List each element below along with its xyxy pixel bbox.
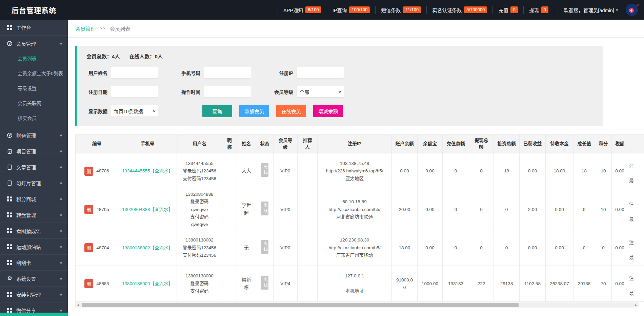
online-members-button[interactable]: 在线会员 xyxy=(276,105,306,117)
adjust-balance-button[interactable]: 增减余额 xyxy=(313,105,343,117)
referrer-cell xyxy=(298,230,318,266)
value-cell: 1102.58 xyxy=(520,266,546,302)
header-stat-badge: 5/100000 xyxy=(464,6,487,13)
search-button[interactable]: 查询 xyxy=(202,105,232,117)
clipped-line: 注 xyxy=(629,202,644,207)
header-stat-item[interactable]: 充值0 xyxy=(494,6,522,14)
clipped-line: 最 xyxy=(629,291,644,296)
filter-rows: 用户姓名手机号码注册IP注册日期操作时间会员等级全部∨显示数据每页10条数据∨查… xyxy=(86,67,603,117)
sidebar-subitem-active[interactable]: 会员列表 xyxy=(0,51,68,66)
sidebar-item-1[interactable]: 会员管理∧ xyxy=(0,36,68,51)
page-size-select[interactable]: 每页10条数据∨ xyxy=(111,105,158,117)
value-cell: 18 xyxy=(573,153,595,189)
breadcrumb-current: 会员列表 xyxy=(110,25,130,32)
delete-button[interactable]: 删 xyxy=(84,167,93,176)
sidebar-item-9[interactable]: 运动加油站∨ xyxy=(0,239,68,254)
header-separator xyxy=(426,6,427,14)
sidebar-item-8[interactable]: 看图猜成语∨ xyxy=(0,223,68,238)
sidebar-item-label: 财务管理 xyxy=(16,132,36,139)
filter-group: 手机号码 xyxy=(179,67,251,79)
value-cell: 0.00 xyxy=(612,266,628,302)
horizontal-scrollbar[interactable]: ◀ ▶ xyxy=(75,302,639,308)
operate-time-input[interactable] xyxy=(204,86,251,98)
scroll-right-arrow-icon[interactable]: ▶ xyxy=(633,302,639,308)
sidebar-item-10[interactable]: 刮刮卡∨ xyxy=(0,255,68,270)
top-header: 后台管理系统 APP通知6/100IP查询100/100短信条数11/100实名… xyxy=(0,0,644,20)
delete-button[interactable]: 删 xyxy=(84,279,93,288)
sidebar-item-11[interactable]: ⚙系统设置∨ xyxy=(0,271,68,286)
sidebar-item-5[interactable]: 幻灯片管理∨ xyxy=(0,175,68,191)
phone-flow-link[interactable]: 13344445555【查流水】 xyxy=(122,168,173,173)
column-header: 提现总额 xyxy=(469,134,494,153)
clipped-line: 最 xyxy=(629,217,644,222)
sidebar-item-7[interactable]: 转盘管理∨ xyxy=(0,207,68,223)
sidebar-subitem[interactable]: 等级设置 xyxy=(0,81,68,96)
header-stat-item[interactable]: 提现0 xyxy=(524,6,553,14)
header-stat-item[interactable]: 短信条数11/100 xyxy=(376,6,426,14)
name-cell: 大大 xyxy=(237,153,256,189)
sidebar-item-0[interactable]: 工作台 xyxy=(0,20,68,35)
register-ip-cell: 127.0.0.1 本机地址 xyxy=(318,266,392,302)
header-stat-label: IP查询 xyxy=(333,6,347,14)
value-cell: 18.00 xyxy=(546,153,573,189)
delete-button[interactable]: 删 xyxy=(84,243,93,252)
username-line: 13344445555 xyxy=(180,160,219,167)
username-line: 13800138002 xyxy=(180,236,219,244)
delete-button[interactable]: 删 xyxy=(84,205,93,214)
sidebar-item-3[interactable]: 项目管理∨ xyxy=(0,143,68,159)
grid-icon xyxy=(7,228,13,234)
sidebar-item-12[interactable]: 安装包管理∨ xyxy=(0,287,68,302)
value-cell: 0 xyxy=(494,189,520,230)
register-date-input[interactable] xyxy=(111,86,158,98)
add-member-button[interactable]: 添加会员 xyxy=(239,105,269,117)
phone-flow-link[interactable]: 13020804888【查流水】 xyxy=(122,207,173,212)
value-cell: 0.00 xyxy=(612,189,628,230)
breadcrumb-parent-link[interactable]: 会员管理 xyxy=(75,25,96,32)
sidebar-item-label: 会员管理 xyxy=(16,40,36,47)
filter-label: 注册IP xyxy=(272,69,293,76)
avatar[interactable]: ♪ xyxy=(626,4,638,16)
header-stat-item[interactable]: 实名认证条数5/100000 xyxy=(427,6,492,14)
username-line: 登录密码 xyxy=(180,280,219,288)
ip-line: 120.230.98.30 xyxy=(321,236,388,244)
admin-welcome-dropdown[interactable]: 欢迎您，管理员[admin] ∨ xyxy=(555,6,624,14)
filter-label: 显示数据 xyxy=(86,108,107,114)
header-stat-item[interactable]: IP查询100/100 xyxy=(328,6,375,14)
status-cell: 离线 xyxy=(256,189,274,230)
sidebar-item-2[interactable]: 财务管理∨ xyxy=(0,127,68,143)
member-level-select[interactable]: 全部∨ xyxy=(297,86,344,98)
header-stat-label: 短信条数 xyxy=(381,6,401,14)
clipped-time-cell: 注最 xyxy=(628,266,644,302)
sidebar-submenu: 会员列表会员余额宝大于0列表等级设置会员关联网核实会员 xyxy=(0,51,68,127)
column-header: 税额 xyxy=(612,134,628,153)
sidebar-subitem[interactable]: 核实会员 xyxy=(0,111,68,126)
sidebar-block: 安装包管理∨ xyxy=(0,287,68,302)
filter-panel: 会员总数：4人在线人数：0人 用户姓名手机号码注册IP注册日期操作时间会员等级全… xyxy=(75,46,603,126)
phone-flow-link[interactable]: 13800138002【查流水】 xyxy=(122,245,173,250)
sidebar-subitem[interactable]: 会员余额宝大于0列表 xyxy=(0,66,68,81)
summary-label: 会员总数： xyxy=(86,54,112,59)
sidebar-block: 运动加油站∨ xyxy=(0,239,68,255)
sidebar-item-4[interactable]: 文章管理∨ xyxy=(0,159,68,175)
phone-flow-link[interactable]: 13800138000【查流水】 xyxy=(122,281,173,286)
scroll-left-arrow-icon[interactable]: ◀ xyxy=(75,302,81,308)
phone-input[interactable] xyxy=(204,67,251,79)
value-cell: 0.00 xyxy=(392,153,418,189)
register-ip-input[interactable] xyxy=(297,67,344,79)
value-cell: 29138 xyxy=(494,266,520,302)
header-separator xyxy=(492,6,493,14)
sidebar-item-6[interactable]: 积分商城∨ xyxy=(0,191,68,207)
sidebar-subitem[interactable]: 会员关联网 xyxy=(0,96,68,111)
gear-icon: ⚙ xyxy=(7,276,13,281)
phone-cell: 13800138002【查流水】 xyxy=(118,230,177,266)
username-input[interactable] xyxy=(111,67,158,79)
header-right: APP通知6/100IP查询100/100短信条数11/100实名认证条数5/1… xyxy=(277,4,638,16)
chevron-up-icon: ∧ xyxy=(59,41,63,46)
scrollbar-thumb[interactable] xyxy=(82,303,519,307)
filter-buttons: 查询添加会员在线会员增减余额 xyxy=(202,105,350,117)
scrollbar-track[interactable] xyxy=(81,302,633,308)
ip-line: 河北省廊坊市联通 xyxy=(321,213,388,221)
username-cell: 13344445555登录密码123456支付密码123456 xyxy=(177,153,222,189)
summary-label: 在线人数： xyxy=(129,54,155,59)
header-stat-item[interactable]: APP通知6/100 xyxy=(279,6,326,14)
